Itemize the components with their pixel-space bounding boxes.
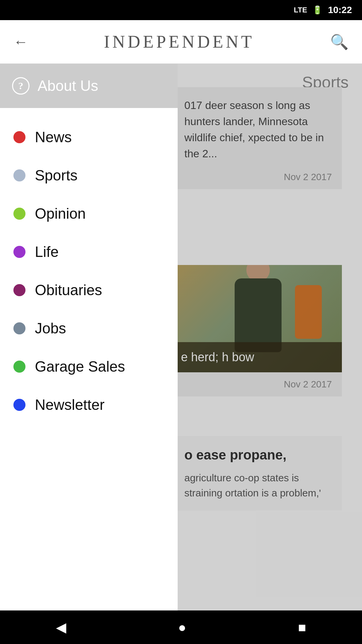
search-button[interactable]: 🔍 [330,33,349,51]
main-area: Sports 017 deer season s long as hunters… [0,64,362,644]
article-text-1: 017 deer season s long as hunters lander… [184,97,332,162]
about-us-label: About Us [38,77,98,94]
home-nav-button[interactable]: ● [178,620,186,635]
menu-item-sports[interactable]: Sports [0,156,178,195]
article-card-1[interactable]: 017 deer season s long as hunters lander… [174,87,342,189]
menu-label-1: Sports [35,167,77,184]
menu-item-life[interactable]: Life [0,233,178,271]
menu-label-4: Obituaries [35,282,102,299]
lte-icon: LTE [294,6,307,14]
menu-label-3: Life [35,244,59,260]
help-icon: ? [12,77,29,95]
menu-label-7: Newsletter [35,396,105,413]
menu-dot-3 [13,246,25,258]
article-card-3[interactable]: o ease propane, agriculture co-op states… [174,436,342,511]
jacket-detail [295,285,322,339]
menu-dot-2 [13,208,25,220]
menu-dot-7 [13,399,25,411]
menu-item-jobs[interactable]: Jobs [0,309,178,347]
bottom-navigation: ◀ ● ■ [0,610,362,644]
status-bar: LTE 🔋 10:22 [0,0,362,20]
time-display: 10:22 [328,5,352,15]
recent-nav-button[interactable]: ■ [298,620,306,635]
back-nav-button[interactable]: ◀ [56,620,66,635]
drawer-menu: NewsSportsOpinionLifeObituariesJobsGarag… [0,108,178,644]
menu-dot-4 [13,284,25,296]
article-card-2[interactable]: e herd; h bow Nov 2 2017 [174,265,342,396]
article-date-2: Nov 2 2017 [174,372,342,396]
menu-label-0: News [35,129,72,146]
person-body [235,278,282,352]
menu-item-garage-sales[interactable]: Garage Sales [0,347,178,386]
battery-icon: 🔋 [312,5,322,15]
drawer-header[interactable]: ? About Us [0,64,178,108]
article-image-2: e herd; h bow [174,265,342,372]
menu-label-2: Opinion [35,205,86,222]
app-title: INDEPENDENT [104,32,254,52]
menu-dot-6 [13,361,25,373]
side-drawer: ? About Us NewsSportsOpinionLifeObituari… [0,64,178,644]
menu-item-obituaries[interactable]: Obituaries [0,271,178,309]
menu-item-news[interactable]: News [0,118,178,156]
article-body-3: agriculture co-op states is straining or… [184,470,332,500]
article-date-1: Nov 2 2017 [184,172,332,182]
back-button[interactable]: ← [13,33,28,50]
menu-label-5: Jobs [35,320,66,337]
article-overlay-text: e herd; h bow [181,349,335,366]
article-overlay: e herd; h bow [174,342,342,372]
menu-dot-1 [13,169,25,181]
menu-dot-5 [13,322,25,334]
menu-label-6: Garage Sales [35,358,125,375]
menu-item-opinion[interactable]: Opinion [0,195,178,233]
article-headline-3: o ease propane, [184,446,332,464]
app-header: ← INDEPENDENT 🔍 [0,20,362,64]
menu-dot-0 [13,131,25,143]
menu-item-newsletter[interactable]: Newsletter [0,386,178,424]
